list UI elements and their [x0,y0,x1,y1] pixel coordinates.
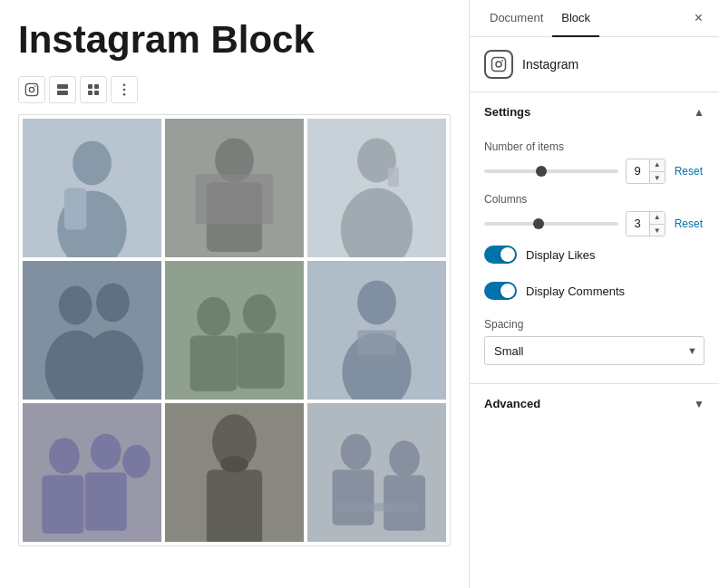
settings-collapse-icon: ▲ [694,106,704,119]
grid-photo-3 [307,119,446,257]
display-comments-label: Display Comments [526,284,625,298]
display-likes-label: Display Likes [526,248,596,262]
settings-section-header[interactable]: Settings ▲ [470,92,719,131]
svg-point-43 [122,445,151,478]
number-of-items-reset[interactable]: Reset [673,165,704,178]
spacing-select-wrap: Small Medium Large None ▼ [484,336,704,365]
advanced-expand-icon: ▼ [694,398,704,410]
svg-point-13 [73,140,112,185]
spacing-label: Spacing [484,318,704,331]
instagram-grid [18,114,451,546]
svg-rect-7 [88,91,92,95]
display-comments-row: Display Comments [470,273,719,309]
grid-photo-8 [165,403,304,542]
more-options-button[interactable] [111,76,138,103]
right-panel: Document Block × Instagram Settings ▲ Nu… [469,0,719,588]
grid-photo-7 [23,403,161,542]
grid-photo-1 [23,119,161,257]
columns-label: Columns [484,193,704,206]
number-of-items-row: Number of items 9 ▲ ▼ Reset [470,131,719,184]
svg-point-30 [197,297,230,336]
columns-value: 3 [627,211,649,236]
grid-photo-4 [23,261,161,400]
spacing-select[interactable]: Small Medium Large None [484,336,704,365]
svg-rect-46 [207,469,262,542]
svg-point-51 [389,440,420,477]
svg-point-35 [357,280,396,324]
grid-photo-9 [307,403,446,542]
photo-svg-7 [23,403,161,542]
page-title: Instagram Block [18,18,451,62]
svg-point-49 [341,434,372,470]
svg-rect-54 [492,58,506,72]
svg-rect-0 [25,83,37,95]
columns-up[interactable]: ▲ [650,211,665,225]
layout-single-button[interactable] [49,76,76,103]
block-toolbar [18,76,451,103]
settings-section-title: Settings [484,105,530,119]
svg-rect-4 [57,91,68,95]
svg-rect-37 [357,331,396,356]
photo-svg-2 [165,119,304,257]
block-header: Instagram [470,37,719,92]
number-of-items-input-wrap: 9 ▲ ▼ [626,159,666,184]
tab-block[interactable]: Block [552,0,599,37]
layout-grid-button[interactable] [80,76,107,103]
svg-point-9 [123,83,126,86]
tab-document[interactable]: Document [481,0,552,37]
display-likes-row: Display Likes [470,236,719,273]
layout-grid-icon [87,83,100,96]
instagram-toolbar-icon[interactable] [18,76,45,103]
svg-point-10 [123,89,126,92]
number-of-items-slider-row: 9 ▲ ▼ Reset [484,159,704,184]
svg-rect-6 [94,84,99,89]
photo-svg-4 [23,261,161,400]
display-likes-knob [500,247,515,262]
spacing-row: Spacing Small Medium Large None ▼ [470,309,719,376]
tab-bar: Document Block × [470,0,719,37]
display-likes-toggle[interactable] [484,246,517,264]
columns-down[interactable]: ▼ [650,225,665,237]
columns-input-wrap: 3 ▲ ▼ [626,211,666,236]
svg-rect-8 [94,91,99,95]
photo-svg-5 [165,261,304,400]
columns-slider[interactable] [484,222,618,226]
instagram-svg-icon [24,82,39,97]
svg-point-27 [96,283,130,322]
layout-single-icon [56,83,69,96]
svg-rect-5 [88,84,92,89]
number-of-items-down[interactable]: ▼ [650,172,665,185]
more-options-icon [122,83,126,96]
svg-rect-33 [238,333,285,389]
svg-rect-50 [333,469,374,525]
grid-photo-6 [307,261,446,400]
photo-svg-6 [307,261,446,400]
advanced-section-title: Advanced [484,397,540,410]
svg-rect-42 [85,473,127,531]
block-type-label: Instagram [522,57,578,72]
svg-point-25 [59,286,92,325]
grid-photo-2 [165,119,304,257]
photo-svg-3 [307,119,446,257]
number-of-items-label: Number of items [484,140,704,153]
columns-spinners: ▲ ▼ [649,211,665,236]
columns-reset[interactable]: Reset [673,217,704,230]
number-of-items-slider[interactable] [484,169,618,173]
close-panel-button[interactable]: × [689,6,708,30]
columns-row: Columns 3 ▲ ▼ Reset [470,184,719,236]
svg-point-47 [220,456,248,472]
advanced-section: Advanced ▼ [470,383,719,423]
svg-point-56 [501,60,503,62]
photo-svg-9 [307,403,446,542]
svg-point-2 [34,86,36,88]
svg-point-1 [29,87,34,92]
display-comments-knob [500,284,515,298]
svg-rect-40 [42,476,83,534]
number-of-items-up[interactable]: ▲ [650,159,665,172]
display-comments-toggle[interactable] [484,282,517,300]
photo-svg-1 [23,119,161,257]
svg-rect-15 [64,188,86,230]
advanced-section-header[interactable]: Advanced ▼ [470,384,719,423]
grid-photo-5 [165,261,304,400]
svg-rect-23 [388,168,399,187]
